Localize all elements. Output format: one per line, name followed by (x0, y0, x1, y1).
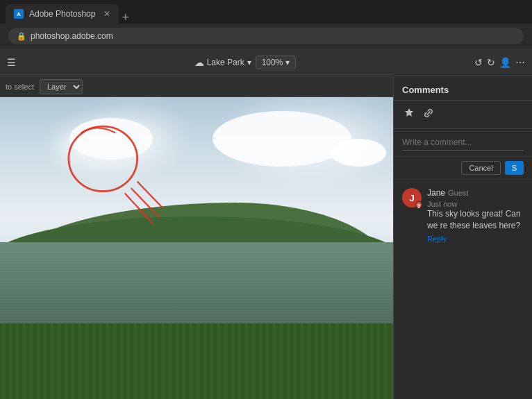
comment-text: This sky looks great! Can we re these le… (427, 208, 524, 232)
browser-chrome: A Adobe Photoshop ✕ + 🔒 photoshop.adobe.… (0, 0, 532, 49)
lake-scene (0, 97, 393, 399)
tab-close-button[interactable]: ✕ (103, 9, 110, 19)
undo-button[interactable]: ↺ (474, 57, 483, 68)
submit-comment-button[interactable]: S (505, 161, 524, 175)
canvas-area[interactable] (0, 97, 393, 399)
layer-select[interactable]: Layer (40, 79, 83, 94)
avatar: J g (402, 188, 422, 207)
project-name: Lake Park (207, 58, 244, 67)
tab-bar: A Adobe Photoshop ✕ + (0, 0, 532, 24)
comment-role: Guest (448, 189, 468, 197)
comments-list: J g Jane Guest Just now This sky looks g… (394, 180, 532, 399)
address-text: photoshop.adobe.com (31, 31, 113, 41)
project-name-badge[interactable]: ☁ Lake Park ▾ (194, 57, 251, 68)
address-input[interactable]: 🔒 photoshop.adobe.com (8, 28, 524, 44)
toolbar-right: ↺ ↻ 👤 ⋯ (474, 57, 525, 68)
foreground-layer (0, 323, 393, 399)
comment-input-area (394, 129, 532, 157)
toolbar-left: ☰ (7, 57, 16, 68)
pin-tool-button[interactable] (402, 106, 416, 123)
cloud-2 (213, 111, 351, 167)
new-tab-button[interactable]: + (122, 11, 129, 24)
zoom-level: 100% (262, 58, 283, 67)
panel-header: Comments (394, 76, 532, 101)
comment-item: J g Jane Guest Just now This sky looks g… (402, 188, 524, 243)
zoom-control[interactable]: 100% ▾ (256, 56, 297, 69)
link-tool-button[interactable] (422, 106, 435, 123)
tab-favicon: A (14, 9, 24, 19)
grass-detail (0, 323, 393, 399)
address-bar: 🔒 photoshop.adobe.com (0, 24, 532, 49)
comment-reply-button[interactable]: Reply (427, 235, 524, 243)
lock-icon: 🔒 (17, 32, 26, 41)
user-button[interactable]: 👤 (499, 57, 511, 68)
app-toolbar: ☰ ☁ Lake Park ▾ 100% ▾ ↺ ↻ 👤 ⋯ (0, 49, 532, 76)
pin-icon (404, 108, 415, 119)
hamburger-menu-icon[interactable]: ☰ (7, 57, 16, 68)
cloud-3 (331, 139, 386, 167)
panel-title: Comments (402, 85, 449, 95)
comment-input[interactable] (402, 135, 524, 151)
cloud-icon: ☁ (194, 57, 204, 68)
redo-button[interactable]: ↻ (487, 57, 495, 68)
active-tab[interactable]: A Adobe Photoshop ✕ (6, 4, 119, 24)
comment-content: Jane Guest Just now This sky looks great… (427, 188, 524, 243)
options-bar: to select Layer (0, 76, 393, 97)
comment-time: Just now (427, 200, 524, 208)
comments-panel: Comments Cancel S J (393, 76, 532, 399)
comment-meta: Jane Guest (427, 188, 524, 198)
ps-app: to select Layer (0, 76, 532, 399)
cancel-comment-button[interactable]: Cancel (461, 161, 500, 175)
link-icon (423, 108, 434, 119)
panel-tools (394, 101, 532, 129)
comment-actions: Cancel S (394, 157, 532, 180)
avatar-badge: g (415, 201, 422, 208)
toolbar-center: ☁ Lake Park ▾ 100% ▾ (194, 56, 297, 69)
zoom-chevron-icon: ▾ (285, 58, 290, 67)
more-options-button[interactable]: ⋯ (515, 57, 525, 68)
comment-author: Jane (427, 188, 445, 198)
to-select-label: to select (6, 83, 34, 91)
cloud-1 (69, 118, 153, 160)
project-chevron-icon: ▾ (247, 58, 251, 67)
main-area: to select Layer (0, 76, 393, 399)
tab-title: Adobe Photoshop (29, 9, 95, 19)
